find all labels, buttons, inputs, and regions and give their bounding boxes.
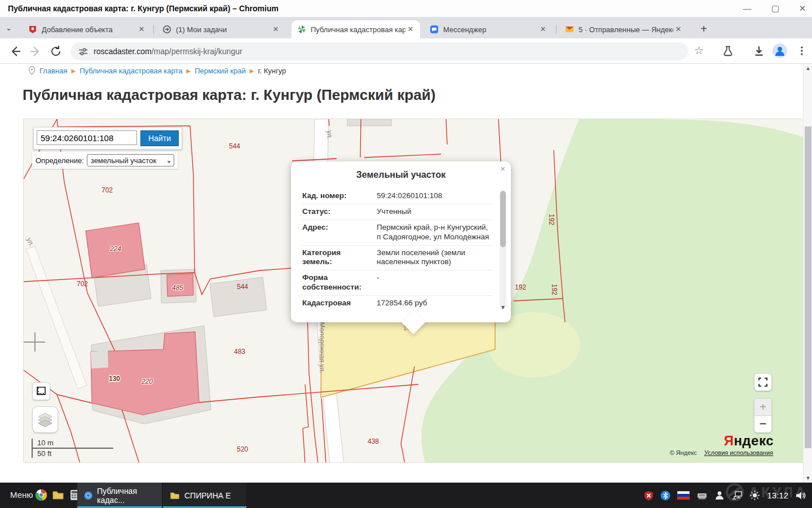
popup-row-label: Кад. номер: [302, 191, 369, 201]
copyright-text: © Яндекс [670, 449, 697, 456]
new-tab-button[interactable]: + [697, 23, 710, 36]
tab-my-tasks[interactable]: (1) Мои задачи ✕ [157, 20, 285, 38]
tab-close-icon[interactable]: ✕ [673, 24, 683, 34]
taskbar-menu-button[interactable]: Меню [10, 490, 33, 500]
parcel-label: 702 [77, 280, 88, 288]
breadcrumb-separator-icon: ▶ [186, 68, 191, 74]
cadastral-search-input[interactable] [37, 130, 137, 145]
ru-flag-icon[interactable] [677, 491, 690, 500]
profile-avatar[interactable] [773, 43, 787, 58]
close-button[interactable]: ✕ [793, 2, 812, 15]
popup-row: Кадастровая стоимость:172854.66 руб [302, 295, 493, 309]
tab-add-object[interactable]: Добавление объекта ✕ [23, 20, 151, 38]
network-icon[interactable] [731, 491, 743, 500]
flask-icon[interactable] [722, 44, 734, 58]
tab-yandex-mail[interactable]: 5 · Отправленные — Яндекс ✕ [559, 20, 688, 38]
parcel-label: 520 [237, 445, 248, 453]
taskbar: Меню Публичная кадас... СПИРИНА Е АКУЛА … [0, 483, 812, 508]
printer-icon[interactable] [696, 491, 708, 500]
tab-messenger[interactable]: Мессенджер ✕ [424, 20, 553, 38]
search-button[interactable]: Найти [140, 130, 179, 146]
pink-buildings [86, 223, 199, 415]
volume-icon[interactable] [795, 491, 806, 501]
scale-meters: 10 m [32, 439, 113, 449]
breadcrumb-region[interactable]: Пермский край [195, 67, 245, 75]
tab-search-chevron-icon[interactable]: ⌄ [6, 24, 12, 32]
popup-scrollbar[interactable]: ▲ ▼ [500, 191, 506, 309]
popup-row: Статус:Учтенный [302, 204, 493, 220]
parcel-label: 544 [237, 283, 248, 291]
zoom-out-button[interactable]: − [754, 416, 771, 433]
user-icon[interactable] [714, 491, 725, 500]
security-shield-icon[interactable] [644, 491, 654, 501]
zoom-in-button[interactable]: + [754, 398, 771, 416]
popup-row-value: - [369, 273, 493, 292]
site-settings-icon[interactable] [78, 47, 88, 56]
taskbar-window-cadastral[interactable]: Публичная кадас... [77, 483, 162, 508]
reload-icon[interactable] [48, 44, 63, 59]
chrome-icon[interactable] [35, 489, 47, 501]
tab-close-icon[interactable]: ✕ [136, 24, 147, 34]
scroll-down-icon[interactable]: ▼ [804, 475, 812, 481]
fullscreen-button[interactable] [754, 373, 772, 391]
object-type-select[interactable]: земельный участок ⌄ [87, 154, 174, 167]
maximize-button[interactable]: ▢ [766, 2, 785, 15]
scroll-thumb[interactable] [500, 191, 506, 247]
yandex-logo: Яндекс [724, 433, 774, 449]
map-scale: 10 m 50 ft [32, 439, 173, 458]
popup-row-label: Форма собственности: [302, 273, 369, 292]
parcel-label: 224 [110, 245, 121, 253]
browser-window: Публичная кадастровая карта: г. Кунгур (… [0, 0, 812, 483]
taskbar-clock: 13:12 [767, 491, 788, 500]
map-road [26, 247, 87, 389]
chromium-icon [84, 491, 92, 501]
map-container[interactable]: 5447027022244855444831302205204381081921… [23, 119, 808, 463]
download-icon[interactable] [753, 44, 765, 58]
breadcrumb-map[interactable]: Публичная кадастровая карта [80, 67, 182, 75]
page-scrollbar[interactable]: ▲ ▼ [803, 64, 812, 483]
taskbar-window-spirina[interactable]: СПИРИНА Е [163, 483, 246, 508]
popup-close-icon[interactable]: × [500, 164, 505, 173]
select-value: земельный участок [91, 156, 156, 165]
layers-button[interactable] [32, 406, 58, 433]
window-titlebar: Публичная кадастровая карта: г. Кунгур (… [0, 0, 812, 17]
popup-row-label: Статус: [302, 207, 369, 217]
popup-row-value: Пермский край, р-н Кунгурский, п Садояго… [369, 223, 493, 242]
map-attribution: © Яндекс Условия использования [670, 449, 773, 456]
breadcrumb-separator-icon: ▶ [71, 68, 76, 74]
parcel-label: 483 [234, 348, 245, 356]
brightness-icon[interactable] [749, 490, 760, 501]
back-icon[interactable] [8, 44, 23, 59]
parcel-label: 220 [142, 378, 153, 386]
bluetooth-icon[interactable] [660, 491, 670, 501]
tab-close-icon[interactable]: ✕ [405, 24, 416, 34]
menu-dots-icon[interactable] [796, 44, 807, 58]
tab-cadastral-map-active[interactable]: Публичная кадастровая кар ✕ [292, 20, 420, 38]
breadcrumb-home[interactable]: Главная [39, 67, 67, 75]
parcel-label: 192 [515, 283, 526, 291]
measure-tool-button[interactable] [32, 382, 50, 400]
forward-icon[interactable] [28, 44, 43, 59]
parcel-info-popup: × Земельный участок Кад. номер:59:24:026… [291, 161, 511, 322]
scroll-thumb[interactable] [805, 126, 811, 448]
arrow-circle-icon [162, 25, 171, 34]
scroll-down-icon[interactable]: ▼ [500, 304, 506, 310]
building-notch [91, 351, 108, 369]
terms-link[interactable]: Условия использования [704, 449, 773, 456]
parcel-label: 438 [368, 437, 379, 445]
blue-chat-icon [430, 25, 439, 34]
task-label: Публичная кадас... [97, 487, 155, 505]
tab-close-icon[interactable]: ✕ [538, 24, 548, 34]
minimize-button[interactable]: — [738, 2, 757, 15]
breadcrumb-separator-icon: ▶ [250, 68, 254, 74]
scroll-up-icon[interactable]: ▲ [804, 65, 812, 71]
address-bar[interactable]: roscadaster.com/map/permskij-kraj/kungur [70, 42, 688, 60]
tab-close-icon[interactable]: ✕ [271, 24, 281, 34]
tab-strip: ⌄ Добавление объекта ✕ (1) Мои задачи ✕ … [0, 17, 812, 38]
folder-icon[interactable] [52, 489, 64, 501]
popup-row-value: Учтенный [369, 207, 493, 217]
popup-row-label: Кадастровая стоимость: [302, 299, 369, 309]
popup-row-value: 172854.66 руб [369, 299, 493, 309]
bookmark-star-icon[interactable]: ☆ [694, 44, 704, 57]
map-filter-panel: Определение: земельный участок ⌄ [32, 152, 178, 169]
